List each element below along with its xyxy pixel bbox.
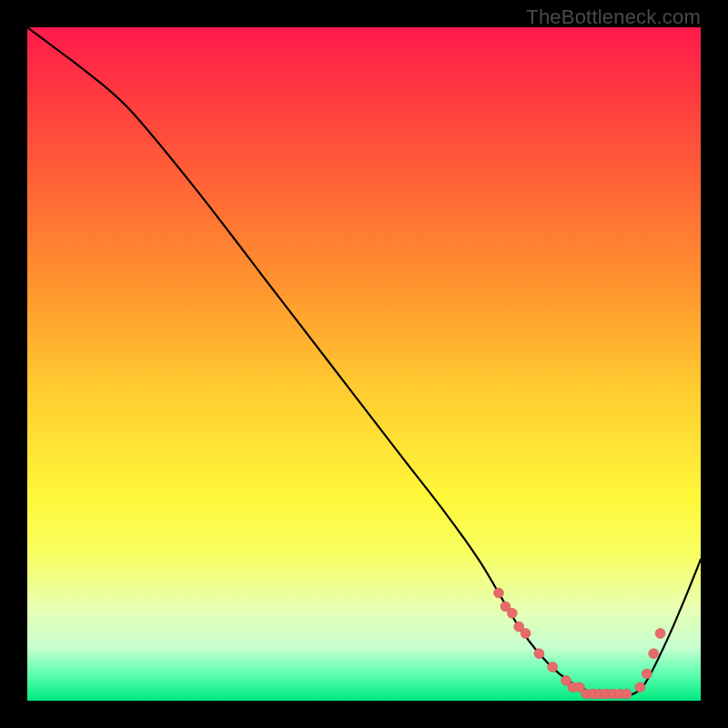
highlight-dot <box>635 682 645 693</box>
highlight-dot <box>655 629 665 639</box>
highlight-dot <box>622 689 632 699</box>
bottleneck-curve <box>27 27 701 695</box>
chart-frame: TheBottleneck.com <box>0 0 728 728</box>
highlight-dots <box>494 588 666 699</box>
highlight-dot <box>649 649 659 659</box>
highlight-dot <box>507 608 517 618</box>
highlight-dot <box>521 629 531 639</box>
attribution-label: TheBottleneck.com <box>526 5 701 29</box>
highlight-dot <box>494 588 504 598</box>
curve-svg <box>27 27 701 701</box>
plot-area <box>27 27 701 701</box>
highlight-dot <box>534 649 544 659</box>
highlight-dot <box>642 669 652 679</box>
highlight-dot <box>548 662 558 672</box>
